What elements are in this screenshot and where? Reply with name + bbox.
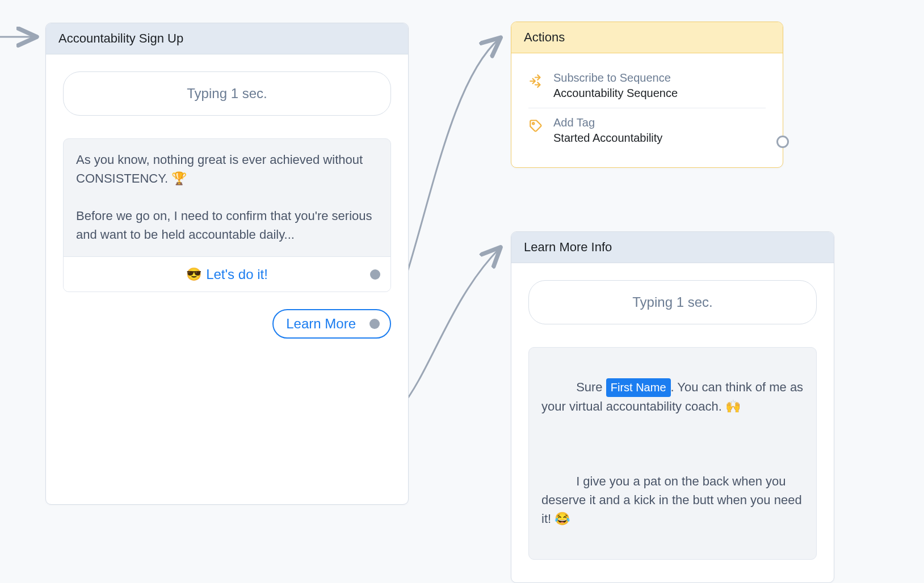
msg-fragment: Sure (576, 380, 606, 394)
action-value: Started Accountability (553, 132, 662, 145)
quick-reply-label: Learn More (286, 316, 356, 332)
action-item[interactable]: Subscribe to SequenceAccountability Sequ… (528, 64, 766, 108)
flow-canvas[interactable]: Accountability Sign Up Typing 1 sec. As … (0, 0, 924, 583)
output-port-learn-more[interactable] (369, 319, 380, 329)
output-port-lets-do-it[interactable] (370, 269, 380, 280)
msg-fragment: I give you a pat on the back when you de… (541, 474, 805, 526)
variable-first-name[interactable]: First Name (606, 378, 671, 397)
card-header[interactable]: Learn More Info (511, 232, 834, 263)
action-label: Subscribe to Sequence (553, 71, 678, 85)
tag-icon (528, 119, 543, 133)
action-label: Add Tag (553, 116, 662, 129)
action-item[interactable]: Add TagStarted Accountability (528, 108, 766, 153)
quick-reply-lets-do-it[interactable]: 😎 Let's do it! (64, 256, 390, 292)
quick-reply-label: Let's do it! (206, 267, 268, 282)
typing-delay-pill[interactable]: Typing 1 sec. (63, 71, 391, 116)
message-block[interactable]: As you know, nothing great is ever achie… (63, 138, 391, 292)
action-value: Accountability Sequence (553, 87, 678, 100)
quick-reply-learn-more[interactable]: Learn More (272, 309, 391, 339)
message-block[interactable]: Sure First Name. You can think of me as … (528, 347, 817, 560)
card-header[interactable]: Accountability Sign Up (46, 23, 408, 54)
card-header[interactable]: Actions (511, 22, 783, 53)
sequence-icon (528, 74, 543, 88)
output-port-actions[interactable] (776, 136, 789, 148)
typing-delay-pill[interactable]: Typing 1 sec. (528, 280, 817, 324)
message-text: Sure First Name. You can think of me as … (529, 348, 816, 559)
card-accountability-sign-up[interactable]: Accountability Sign Up Typing 1 sec. As … (45, 23, 409, 505)
card-learn-more-info[interactable]: Learn More Info Typing 1 sec. Sure First… (511, 231, 834, 583)
message-text: As you know, nothing great is ever achie… (64, 139, 390, 256)
card-actions[interactable]: Actions Subscribe to SequenceAccountabil… (511, 22, 783, 168)
sunglasses-emoji: 😎 (186, 267, 201, 282)
svg-point-0 (532, 122, 534, 124)
